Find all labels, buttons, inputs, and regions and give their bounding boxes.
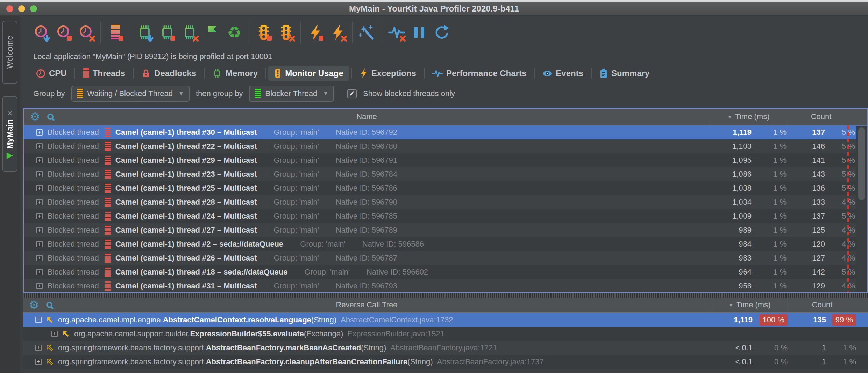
tab-cpu[interactable]: CPU	[30, 66, 72, 81]
expand-toggle[interactable]: +	[36, 213, 43, 219]
thread-group: Group: 'main'	[273, 226, 319, 235]
blocked-thread-row[interactable]: + Blocked thread Camel (camel-1) thread …	[24, 153, 867, 167]
sidebar-tab-welcome[interactable]: Welcome	[2, 21, 17, 84]
column-header-count[interactable]: Count	[788, 298, 856, 312]
expand-toggle[interactable]: +	[36, 143, 43, 149]
set-flag-button[interactable]	[203, 24, 221, 41]
call-tree-row[interactable]: − org.apache.camel.impl.engine.AbstractC…	[23, 313, 868, 327]
blocked-thread-label: Blocked thread	[48, 240, 99, 249]
tab-exceptions[interactable]: Exceptions	[354, 66, 422, 81]
chevron-down-icon: ▼	[323, 90, 328, 97]
clipboard-icon	[599, 68, 608, 79]
column-header-name[interactable]: Name	[24, 109, 710, 125]
column-header-time[interactable]: ▼ Time (ms)	[711, 298, 788, 312]
sidebar-tab-mymain[interactable]: × MyMain ▶	[2, 96, 17, 172]
call-tree-row[interactable]: + org.springframework.beans.factory.supp…	[23, 341, 868, 355]
expand-toggle[interactable]: +	[51, 331, 58, 337]
tab-monitor-usage[interactable]: Monitor Usage	[268, 66, 349, 81]
titlebar[interactable]: MyMain - YourKit Java Profiler 2020.9-b4…	[0, 2, 868, 16]
close-session-icon[interactable]: ×	[7, 110, 12, 117]
tab-deadlocks[interactable]: Deadlocks	[136, 66, 202, 81]
callee-arrow-icon	[63, 331, 69, 337]
expand-toggle[interactable]: +	[35, 345, 42, 351]
clear-monitor-data-button[interactable]	[277, 24, 295, 41]
session-running-icon: ▶	[7, 152, 13, 159]
table-search-icon[interactable]	[47, 114, 54, 120]
thread-icon	[105, 198, 111, 207]
blocked-thread-row[interactable]: + Blocked thread Camel (camel-1) thread …	[24, 181, 867, 195]
show-blocked-threads-checkbox[interactable]: ✓	[347, 89, 357, 98]
stop-exception-profiling-button[interactable]	[307, 24, 324, 41]
time-value: 958	[710, 281, 752, 291]
expand-toggle[interactable]: +	[36, 199, 43, 205]
expand-toggle[interactable]: +	[36, 157, 43, 163]
pause-telemetry-button[interactable]	[410, 24, 428, 41]
blocked-thread-label: Blocked thread	[48, 254, 99, 263]
expand-toggle[interactable]: +	[36, 185, 43, 191]
cpu-clock-icon	[36, 69, 45, 78]
tab-label: Memory	[226, 68, 258, 78]
call-tree-row[interactable]: + org.springframework.beans.factory.supp…	[23, 355, 868, 369]
blocked-thread-row[interactable]: + Blocked thread Camel (camel-1) thread …	[24, 125, 867, 139]
blocked-thread-row[interactable]: + Blocked thread Camel (camel-1) thread …	[24, 139, 867, 153]
then-group-by-dropdown[interactable]: Blocker Thread ▼	[249, 86, 334, 102]
tab-threads[interactable]: Threads	[77, 66, 131, 81]
thread-native-id: Native ID: 596786	[336, 184, 397, 193]
blocked-thread-row[interactable]: + Blocked thread Camel (camel-1) thread …	[24, 195, 867, 209]
expand-toggle[interactable]: −	[35, 317, 42, 323]
tab-performance-charts[interactable]: Performance Charts	[427, 66, 532, 81]
expand-toggle[interactable]: +	[36, 129, 43, 136]
scrollbar-thumb[interactable]	[858, 127, 865, 200]
expand-toggle[interactable]: +	[36, 241, 43, 247]
column-header-time[interactable]: ▼ Time (ms)	[710, 109, 787, 125]
tab-memory[interactable]: Memory	[207, 66, 263, 81]
then-group-by-dropdown-value: Blocker Thread	[265, 89, 317, 98]
inspections-button[interactable]	[358, 24, 376, 41]
expand-toggle[interactable]: +	[36, 255, 43, 261]
blocked-thread-row[interactable]: + Blocked thread Camel (camel-1) thread …	[24, 251, 867, 265]
table-settings-gear-icon[interactable]: ⚙	[30, 111, 40, 122]
clear-telemetry-button[interactable]	[388, 24, 405, 41]
stop-monitor-profiling-button[interactable]	[255, 24, 272, 41]
waiting-thread-icon	[77, 89, 83, 98]
tab-events[interactable]: Events	[537, 66, 589, 81]
table-settings-gear-icon[interactable]: ⚙	[29, 299, 39, 310]
blocked-thread-row[interactable]: + Blocked thread Camel (camel-1) thread …	[24, 265, 867, 279]
blocked-thread-row[interactable]: + Blocked thread Camel (camel-1) thread …	[24, 223, 867, 237]
capture-thread-dump-button[interactable]	[107, 24, 124, 41]
blocked-thread-row[interactable]: + Blocked thread Camel (camel-1) thread …	[24, 167, 867, 181]
capture-memory-snapshot-button[interactable]	[158, 24, 176, 41]
refresh-button[interactable]	[433, 24, 450, 41]
blocked-thread-row[interactable]: + Blocked thread Camel (camel-1) thread …	[24, 279, 867, 293]
blocked-thread-row[interactable]: + Blocked thread Camel (camel-1) thread …	[24, 237, 867, 251]
blocked-thread-label: Blocked thread	[48, 184, 99, 193]
expand-toggle[interactable]: +	[36, 171, 43, 177]
column-header-count[interactable]: Count	[787, 109, 855, 125]
stop-cpu-profiling-button[interactable]	[55, 24, 72, 41]
clear-cpu-data-button[interactable]	[77, 24, 95, 41]
start-cpu-profiling-button[interactable]	[33, 24, 50, 41]
time-percent: 1 %	[752, 198, 787, 207]
tab-separator	[133, 68, 134, 79]
vertical-scrollbar[interactable]	[856, 126, 867, 292]
column-header-reverse-call-tree[interactable]: Reverse Call Tree	[23, 298, 711, 312]
start-memory-allocation-button[interactable]	[136, 24, 154, 41]
count-value: 1	[788, 343, 826, 352]
expand-toggle[interactable]: +	[36, 283, 43, 289]
table-search-icon[interactable]	[46, 302, 52, 308]
toolbar-separator	[352, 22, 353, 43]
clear-overlay-icon	[341, 36, 347, 42]
blocked-thread-row[interactable]: + Blocked thread Camel (camel-1) thread …	[24, 209, 867, 223]
force-gc-button[interactable]: ♻	[226, 24, 243, 41]
clear-allocation-data-button[interactable]	[181, 24, 198, 41]
expand-toggle[interactable]: +	[36, 227, 43, 233]
group-by-dropdown[interactable]: Waiting / Blocked Thread ▼	[71, 86, 190, 102]
expand-toggle[interactable]: +	[36, 269, 43, 275]
count-percent: 5 %	[825, 156, 855, 165]
expand-toggle[interactable]: +	[35, 359, 42, 365]
call-tree-row[interactable]: + org.apache.camel.support.builder.Expre…	[23, 327, 868, 341]
clear-exception-data-button[interactable]	[329, 24, 347, 41]
blocked-thread-label: Blocked thread	[48, 128, 99, 137]
tab-summary[interactable]: Summary	[594, 66, 655, 81]
panel-splitter-handle[interactable]	[23, 293, 868, 298]
